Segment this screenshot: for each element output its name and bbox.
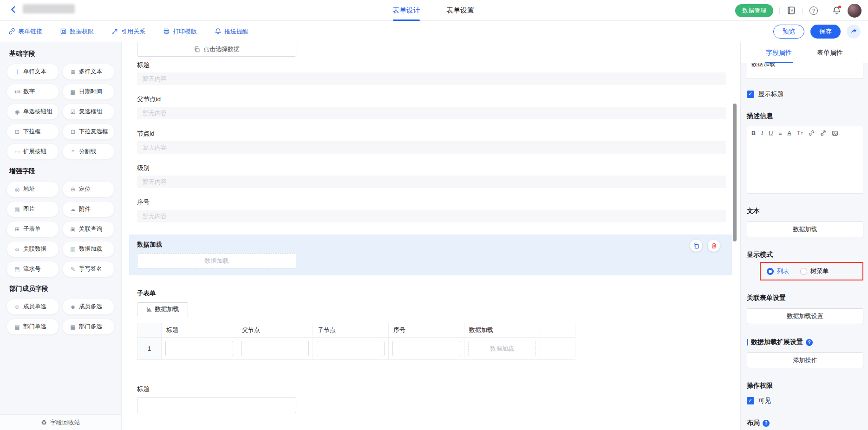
italic-icon[interactable]: I <box>761 130 763 137</box>
field-item-dept-multi[interactable]: ▦部门多选 <box>62 319 115 335</box>
share-arrow-icon <box>850 28 857 35</box>
selected-data-load-field[interactable]: 数据加载 数据加载 <box>129 235 732 275</box>
form-title-wrap[interactable] <box>23 4 78 16</box>
field-item-expand-button[interactable]: ▭扩展按钮 <box>7 143 59 160</box>
docs-book-icon[interactable]: A <box>786 6 796 16</box>
field-item-related-query[interactable]: ▣关联查询 <box>62 221 115 237</box>
properties-panel: 字段属性 表单属性 数据加载 显示标题 描述信息 B I U ≡ A <box>740 42 868 430</box>
field-preview-level[interactable]: 暂无内容 <box>137 176 726 188</box>
data-load-settings-button[interactable]: 数据加载设置 <box>747 308 863 324</box>
layout-help-icon[interactable]: ? <box>763 420 770 427</box>
section-title-member-fields: 部门成员字段 <box>9 285 121 293</box>
subform-input-parent[interactable] <box>241 341 309 356</box>
user-avatar[interactable] <box>848 4 861 18</box>
field-item-data-load[interactable]: ▥数据加载 <box>62 241 115 257</box>
back-button[interactable] <box>9 6 17 13</box>
field-label-title: 标题 <box>137 61 726 69</box>
field-item-datetime[interactable]: ▦日期时间 <box>62 84 115 100</box>
field-title-input[interactable]: 数据加载 <box>747 63 863 79</box>
save-button[interactable]: 保存 <box>810 25 841 39</box>
underline-icon[interactable]: U <box>769 130 773 137</box>
field-item-image[interactable]: ▧图片 <box>7 201 59 217</box>
field-item-subform[interactable]: ⊞子表单 <box>7 221 59 237</box>
show-title-checkbox[interactable] <box>747 91 754 98</box>
insert-image-icon[interactable] <box>832 130 838 137</box>
form-link-action[interactable]: 表单链接 <box>8 27 42 36</box>
select-data-button[interactable]: 点击选择数据 <box>137 42 296 57</box>
share-button[interactable] <box>847 25 861 39</box>
bottom-input-title[interactable] <box>137 397 296 413</box>
subform-input-title[interactable] <box>165 341 233 356</box>
display-mode-tree-option[interactable]: 树菜单 <box>800 267 829 275</box>
subform-input-child[interactable] <box>317 341 385 356</box>
help-icon[interactable]: ? <box>809 6 819 16</box>
visible-checkbox[interactable] <box>747 397 754 404</box>
field-item-signature[interactable]: ✎手写签名 <box>62 261 115 277</box>
field-item-locate[interactable]: ⊕定位 <box>62 181 115 197</box>
field-item-related-data[interactable]: ∞关联数据 <box>7 241 59 257</box>
subform-data-load-button[interactable]: 数据加载 <box>137 302 188 316</box>
field-item-member-multi[interactable]: ☻成员多选 <box>62 299 115 315</box>
bold-icon[interactable]: B <box>751 130 756 137</box>
field-item-address[interactable]: ◎地址 <box>7 181 59 197</box>
field-item-single-text[interactable]: T单行文本 <box>7 64 59 80</box>
checkbox-icon: ☑ <box>69 109 77 115</box>
notification-bell-icon[interactable] <box>831 6 842 16</box>
subform-input-seq[interactable] <box>392 341 460 356</box>
field-item-divider[interactable]: ≡分割线 <box>62 143 115 160</box>
field-item-multi-select[interactable]: ⊟下拉复选框 <box>62 124 115 140</box>
add-operation-button[interactable]: 添加操作 <box>747 352 863 368</box>
field-item-member-single[interactable]: ☺成员单选 <box>7 299 59 315</box>
related-data-icon: ∞ <box>13 246 21 253</box>
field-item-serial-number[interactable]: ▤流水号 <box>7 261 59 277</box>
select-data-icon <box>194 46 200 52</box>
tab-form-settings[interactable]: 表单设置 <box>446 0 474 21</box>
trash-icon <box>711 242 717 249</box>
field-recycle-bin[interactable]: ♻ 字段回收站 <box>0 414 121 430</box>
preview-button[interactable]: 预览 <box>773 25 804 39</box>
data-manage-button[interactable]: 数据管理 <box>735 4 773 17</box>
field-preview-title[interactable]: 暂无内容 <box>137 72 726 85</box>
print-template-action[interactable]: 打印模版 <box>163 27 197 36</box>
field-item-attachment[interactable]: ☁附件 <box>62 201 115 217</box>
divider <box>802 7 803 14</box>
subform-col-seq: 序号 <box>389 323 464 338</box>
field-item-select[interactable]: ⊡下拉框 <box>7 124 59 140</box>
tab-field-properties[interactable]: 字段属性 <box>764 42 794 63</box>
display-mode-list-option[interactable]: 列表 <box>767 267 789 275</box>
top-bar: 表单设计 表单设置 数据管理 A ? <box>0 0 868 21</box>
tab-form-properties[interactable]: 表单属性 <box>815 42 845 63</box>
field-item-multi-text[interactable]: ≣多行文本 <box>62 64 115 80</box>
insert-link-icon[interactable] <box>809 130 815 136</box>
subform-table: 标题 父节点 子节点 序号 数据加载 1 数据加载 <box>137 323 575 360</box>
push-reminder-action[interactable]: 推送提醒 <box>215 27 248 36</box>
selected-field-actions <box>690 240 720 252</box>
field-preview-seq[interactable]: 暂无内容 <box>137 210 726 222</box>
subform-data-load-cell-button[interactable]: 数据加载 <box>468 341 536 356</box>
dept-multi-icon: ▦ <box>69 324 77 330</box>
expand-button-icon: ▭ <box>13 149 21 155</box>
field-preview-parent-node-id[interactable]: 暂无内容 <box>137 107 726 119</box>
field-preview-node-id[interactable]: 暂无内容 <box>137 141 726 154</box>
remove-link-icon[interactable] <box>820 130 826 136</box>
align-icon[interactable]: ≡ <box>778 130 782 137</box>
selected-field-label: 数据加载 <box>137 241 724 249</box>
canvas-scrollbar-thumb[interactable] <box>733 104 737 241</box>
field-item-number[interactable]: 123数字 <box>7 84 59 100</box>
field-item-radio-group[interactable]: ◉单选按钮组 <box>7 104 59 120</box>
description-editor[interactable]: B I U ≡ A T <box>747 126 863 194</box>
copy-field-button[interactable] <box>690 240 702 252</box>
reference-relation-action[interactable]: 引用关系 <box>111 27 145 36</box>
field-item-checkbox-group[interactable]: ☑复选框组 <box>62 104 115 120</box>
extension-help-icon[interactable]: ? <box>806 339 813 346</box>
subform-field-label: 子表单 <box>137 289 726 298</box>
font-size-icon[interactable]: T <box>797 130 803 137</box>
data-load-trigger-button[interactable]: 数据加载 <box>137 253 296 268</box>
field-item-dept-single[interactable]: ▤部门单选 <box>7 319 59 335</box>
tab-form-design[interactable]: 表单设计 <box>392 0 420 21</box>
font-color-icon[interactable]: A <box>788 130 791 137</box>
data-permission-action[interactable]: 数据权限 <box>60 27 94 36</box>
delete-field-button[interactable] <box>708 240 720 252</box>
text-value-box[interactable]: 数据加载 <box>747 222 863 237</box>
radio-unchecked-icon <box>800 268 807 275</box>
